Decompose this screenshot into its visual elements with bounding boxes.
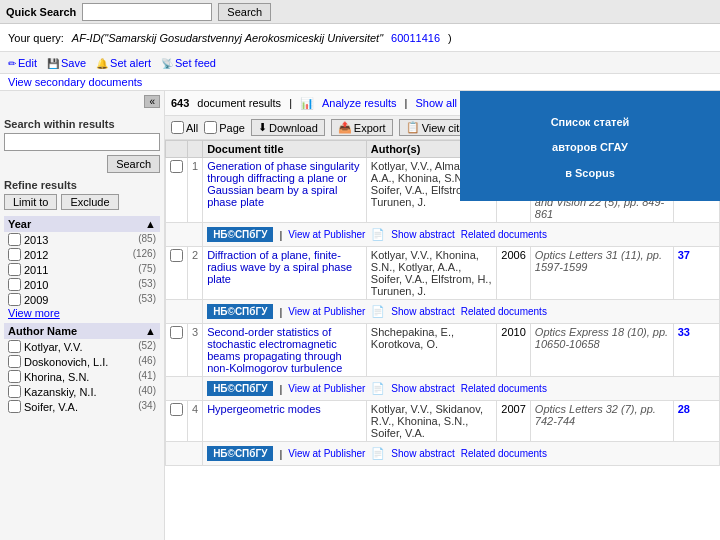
- nb-button[interactable]: НБ©СПбГУ: [207, 227, 273, 242]
- row-title-cell: Diffraction of a plane, finite-radius wa…: [203, 247, 367, 300]
- author-checkbox[interactable]: [8, 400, 21, 413]
- save-icon: [47, 57, 59, 69]
- related-docs-link[interactable]: Related documents: [461, 229, 547, 240]
- row-date: 2006: [497, 247, 530, 300]
- download-button[interactable]: ⬇ Download: [251, 119, 325, 136]
- view-publisher-link[interactable]: View at Publisher: [288, 448, 365, 459]
- view-publisher-link[interactable]: View at Publisher: [288, 306, 365, 317]
- subrow-spacer: [166, 300, 203, 324]
- set-alert-link[interactable]: Set alert: [96, 57, 151, 69]
- chart-icon: 📊: [300, 97, 314, 110]
- year-checkbox[interactable]: [8, 233, 21, 246]
- row-checkbox[interactable]: [170, 249, 183, 262]
- pipe-sep: |: [279, 383, 282, 395]
- show-abstract-link[interactable]: Show abstract: [391, 448, 454, 459]
- row-checkbox[interactable]: [170, 403, 183, 416]
- view-secondary-link[interactable]: View secondary documents: [8, 76, 712, 88]
- citation-icon: 📋: [406, 121, 420, 134]
- pencil-icon: [8, 57, 16, 69]
- abstract-icon: 📄: [371, 228, 385, 241]
- author-checkbox[interactable]: [8, 370, 21, 383]
- author-filter-item: Kotlyar, V.V.(52): [4, 339, 160, 354]
- subrow-spacer: [166, 442, 203, 466]
- abstract-icon: 📄: [371, 447, 385, 460]
- select-page-label: Page: [204, 121, 245, 134]
- download-icon: ⬇: [258, 121, 267, 134]
- doc-action-bar: НБ©СПбГУ | View at Publisher 📄 Show abst…: [207, 302, 715, 321]
- view-publisher-link[interactable]: View at Publisher: [288, 383, 365, 394]
- nb-button[interactable]: НБ©СПбГУ: [207, 446, 273, 461]
- nb-button[interactable]: НБ©СПбГУ: [207, 381, 273, 396]
- search-within-button[interactable]: Search: [107, 155, 160, 173]
- table-subrow: НБ©СПбГУ | View at Publisher 📄 Show abst…: [166, 300, 720, 324]
- doc-action-bar: НБ©СПбГУ | View at Publisher 📄 Show abst…: [207, 379, 715, 398]
- alert-icon: [96, 57, 108, 69]
- view-publisher-link[interactable]: View at Publisher: [288, 229, 365, 240]
- quick-search-button[interactable]: Search: [218, 3, 271, 21]
- show-abstract-link[interactable]: Show abstract: [391, 229, 454, 240]
- row-title-cell: Generation of phase singularity through …: [203, 158, 367, 223]
- select-page-checkbox[interactable]: [204, 121, 217, 134]
- document-title-link[interactable]: Diffraction of a plane, finite-radius wa…: [207, 249, 352, 285]
- document-title-link[interactable]: Hypergeometric modes: [207, 403, 321, 415]
- author-filter-item: Khorina, S.N.(41): [4, 369, 160, 384]
- analyze-results-link[interactable]: Analyze results: [322, 97, 397, 109]
- subrow-actions: НБ©СПбГУ | View at Publisher 📄 Show abst…: [203, 442, 720, 466]
- year-filter-item: 2010(53): [4, 277, 160, 292]
- author-collapse-icon: ▲: [145, 325, 156, 337]
- author-checkbox[interactable]: [8, 340, 21, 353]
- blue-banner: Список статей авторов СГАУ в Scopus: [460, 91, 720, 201]
- edit-link[interactable]: Edit: [8, 57, 37, 69]
- row-checkbox[interactable]: [170, 160, 183, 173]
- row-authors: Shchepakina, E., Korotkova, O.: [366, 324, 497, 377]
- table-subrow: НБ©СПбГУ | View at Publisher 📄 Show abst…: [166, 223, 720, 247]
- row-checkbox-cell: [166, 247, 188, 300]
- table-row: 3 Second-order statistics of stochastic …: [166, 324, 720, 377]
- table-row: 4 Hypergeometric modes Kotlyar, V.V., Sk…: [166, 401, 720, 442]
- save-link[interactable]: Save: [47, 57, 86, 69]
- select-all-label: All: [171, 121, 198, 134]
- row-date: 2010: [497, 324, 530, 377]
- row-cited: 28: [673, 401, 719, 442]
- select-all-checkbox[interactable]: [171, 121, 184, 134]
- author-checkbox[interactable]: [8, 385, 21, 398]
- top-bar: Quick Search Search: [0, 0, 720, 24]
- related-docs-link[interactable]: Related documents: [461, 383, 547, 394]
- limit-to-button[interactable]: Limit to: [4, 194, 57, 210]
- col-num: [188, 141, 203, 158]
- show-abstract-link[interactable]: Show abstract: [391, 383, 454, 394]
- export-button[interactable]: 📤 Export: [331, 119, 393, 136]
- year-filter-item: 2009(53): [4, 292, 160, 307]
- pipe-sep: |: [279, 306, 282, 318]
- row-title-cell: Hypergeometric modes: [203, 401, 367, 442]
- author-checkbox[interactable]: [8, 355, 21, 368]
- year-view-more-link[interactable]: View more: [4, 307, 60, 319]
- sidebar-collapse-button[interactable]: «: [144, 95, 160, 108]
- row-source: Optics Letters 31 (11), pp. 1597-1599: [530, 247, 673, 300]
- related-docs-link[interactable]: Related documents: [461, 306, 547, 317]
- row-checkbox[interactable]: [170, 326, 183, 339]
- show-abstract-link[interactable]: Show abstract: [391, 306, 454, 317]
- export-icon: 📤: [338, 121, 352, 134]
- year-checkbox[interactable]: [8, 248, 21, 261]
- document-title-link[interactable]: Generation of phase singularity through …: [207, 160, 359, 208]
- year-checkbox[interactable]: [8, 263, 21, 276]
- year-checkbox[interactable]: [8, 293, 21, 306]
- subrow-spacer: [166, 223, 203, 247]
- nb-button[interactable]: НБ©СПбГУ: [207, 304, 273, 319]
- document-title-link[interactable]: Second-order statistics of stochastic el…: [207, 326, 342, 374]
- subrow-spacer: [166, 377, 203, 401]
- col-document-title: Document title: [203, 141, 367, 158]
- sep2: |: [405, 97, 408, 109]
- year-checkbox[interactable]: [8, 278, 21, 291]
- set-feed-link[interactable]: Set feed: [161, 57, 216, 69]
- quick-search-label: Quick Search: [6, 6, 76, 18]
- exclude-button[interactable]: Exclude: [61, 194, 118, 210]
- author-filter-item: Doskonovich, L.I.(46): [4, 354, 160, 369]
- author-filter-items: Kotlyar, V.V.(52) Doskonovich, L.I.(46) …: [4, 339, 160, 414]
- search-within-input[interactable]: [4, 133, 160, 151]
- year-filter-header[interactable]: Year ▲: [4, 216, 160, 232]
- quick-search-input[interactable]: [82, 3, 212, 21]
- related-docs-link[interactable]: Related documents: [461, 448, 547, 459]
- author-filter-header[interactable]: Author Name ▲: [4, 323, 160, 339]
